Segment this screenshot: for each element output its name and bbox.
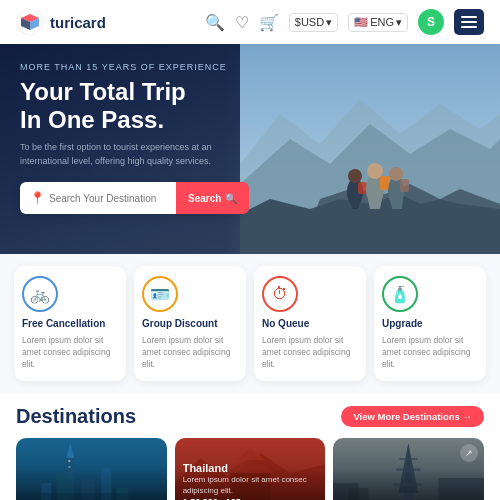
destination-card-thailand[interactable]: Thailand Lorem ipsum dolor sit amet cons… xyxy=(175,438,326,500)
destination-cards: Thailand Lorem ipsum dolor sit amet cons… xyxy=(16,438,484,500)
features-section: 🚲 Free Cancellation Lorem ipsum dolor si… xyxy=(0,254,500,393)
logo: turicard xyxy=(16,8,106,36)
heart-icon[interactable]: ♡ xyxy=(235,13,249,32)
dest-expand-icon: ↗ xyxy=(465,448,473,458)
menu-line-3 xyxy=(461,26,477,28)
feature-title-0: Free Cancellation xyxy=(22,318,118,329)
flag-icon: 🇺🇸 xyxy=(354,16,368,29)
feature-title-1: Group Discount xyxy=(142,318,238,329)
feature-icon-card: 🪪 xyxy=(142,276,178,312)
lang-label: ENG xyxy=(370,16,394,28)
destination-search-input[interactable] xyxy=(49,193,176,204)
currency-label: $USD xyxy=(295,16,324,28)
header: turicard 🔍 ♡ 🛒 $USD ▾ 🇺🇸 ENG ▾ S xyxy=(0,0,500,44)
logo-icon xyxy=(16,8,44,36)
header-controls: 🔍 ♡ 🛒 $USD ▾ 🇺🇸 ENG ▾ S xyxy=(205,9,484,35)
hero-content: MORE THAN 15 YEARS OF EXPERIENCE Your To… xyxy=(0,44,500,214)
feature-title-2: No Queue xyxy=(262,318,358,329)
menu-line-1 xyxy=(461,16,477,18)
feature-title-3: Upgrade xyxy=(382,318,478,329)
feature-card-upgrade: 🧴 Upgrade Lorem ipsum dolor sit amet con… xyxy=(374,266,486,381)
destination-card-0[interactable] xyxy=(16,438,167,500)
user-avatar[interactable]: S xyxy=(418,9,444,35)
hamburger-menu[interactable] xyxy=(454,9,484,35)
hero-section: MORE THAN 15 YEARS OF EXPERIENCE Your To… xyxy=(0,44,500,254)
search-button[interactable]: Search 🔍 xyxy=(176,182,249,214)
thailand-card-info: Lorem ipsum dolor sit amet consec adipis… xyxy=(183,474,318,496)
search-btn-icon: 🔍 xyxy=(225,193,237,204)
destinations-section: Destinations View More Destinations → xyxy=(0,393,500,500)
destination-card-2[interactable]: ↗ xyxy=(333,438,484,500)
currency-chevron: ▾ xyxy=(326,16,332,29)
search-bar: 📍 Search 🔍 xyxy=(20,182,240,214)
feature-card-free-cancellation: 🚲 Free Cancellation Lorem ipsum dolor si… xyxy=(14,266,126,381)
lang-chevron: ▾ xyxy=(396,16,402,29)
search-icon[interactable]: 🔍 xyxy=(205,13,225,32)
feature-text-2: Lorem ipsum dolor sit amet consec adipis… xyxy=(262,335,358,371)
feature-text-0: Lorem ipsum dolor sit amet consec adipis… xyxy=(22,335,118,371)
destinations-header: Destinations View More Destinations → xyxy=(16,405,484,428)
thailand-card-name: Thailand xyxy=(183,462,318,474)
dest-card-indicator: ↗ xyxy=(460,444,478,462)
hero-title: Your Total TripIn One Pass. xyxy=(20,78,480,133)
hero-description: To be the first option to tourist experi… xyxy=(20,141,220,168)
dest-card-content-thailand: Thailand Lorem ipsum dolor sit amet cons… xyxy=(183,462,318,500)
feature-card-group-discount: 🪪 Group Discount Lorem ipsum dolor sit a… xyxy=(134,266,246,381)
feature-icon-bottle: 🧴 xyxy=(382,276,418,312)
feature-text-1: Lorem ipsum dolor sit amet consec adipis… xyxy=(142,335,238,371)
destinations-title: Destinations xyxy=(16,405,136,428)
feature-text-3: Lorem ipsum dolor sit amet consec adipis… xyxy=(382,335,478,371)
search-bar-icon: 📍 xyxy=(30,191,45,205)
currency-selector[interactable]: $USD ▾ xyxy=(289,13,338,32)
feature-card-no-queue: ⏱ No Queue Lorem ipsum dolor sit amet co… xyxy=(254,266,366,381)
menu-line-2 xyxy=(461,21,477,23)
cart-icon[interactable]: 🛒 xyxy=(259,13,279,32)
feature-icon-bike: 🚲 xyxy=(22,276,58,312)
logo-text: turicard xyxy=(50,14,106,31)
language-selector[interactable]: 🇺🇸 ENG ▾ xyxy=(348,13,408,32)
feature-icon-clock: ⏱ xyxy=(262,276,298,312)
view-more-destinations-button[interactable]: View More Destinations → xyxy=(341,406,484,427)
dest-card-overlay-0 xyxy=(16,438,167,500)
hero-subtitle: MORE THAN 15 YEARS OF EXPERIENCE xyxy=(20,62,480,72)
